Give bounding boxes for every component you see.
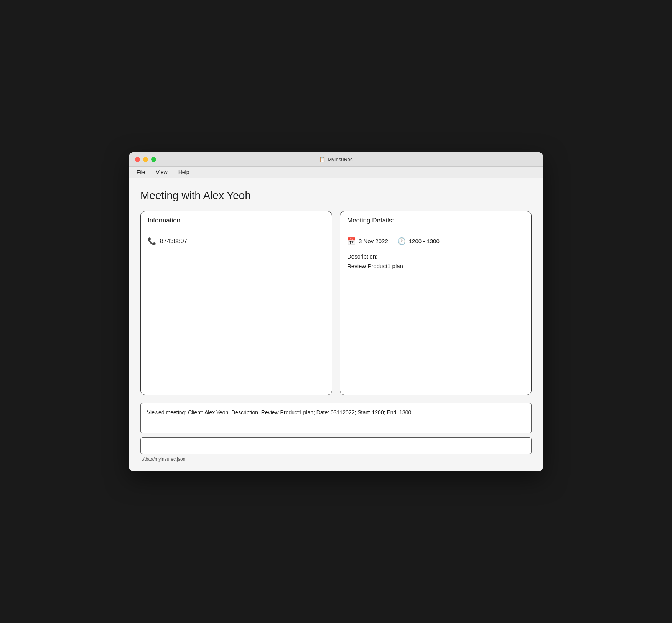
titlebar-title: 📋 MyInsuRec: [319, 157, 352, 162]
phone-row: 📞 87438807: [148, 237, 325, 246]
app-title: MyInsuRec: [328, 157, 352, 162]
close-button[interactable]: [135, 157, 140, 162]
traffic-lights: [135, 157, 156, 162]
description-label: Description:: [347, 253, 524, 260]
footer-path: ./data/myinsurec.json: [140, 454, 532, 463]
panels-row: Information 📞 87438807 Meeting Details: …: [140, 211, 532, 395]
app-window: 📋 MyInsuRec File View Help Meeting with …: [129, 152, 543, 471]
menu-file[interactable]: File: [135, 168, 147, 176]
page-title: Meeting with Alex Yeoh: [140, 190, 532, 202]
phone-icon: 📞: [148, 237, 156, 246]
information-panel-body: 📞 87438807: [141, 230, 332, 257]
status-log: Viewed meeting: Client: Alex Yeoh; Descr…: [140, 403, 532, 433]
information-panel-header: Information: [141, 211, 332, 230]
information-panel: Information 📞 87438807: [140, 211, 332, 395]
meeting-details-panel-header: Meeting Details:: [340, 211, 531, 230]
clock-icon: 🕐: [397, 237, 406, 246]
menubar: File View Help: [129, 167, 543, 178]
date-item: 📅 3 Nov 2022: [347, 237, 388, 246]
calendar-icon: 📅: [347, 237, 356, 246]
meeting-details-panel-body: 📅 3 Nov 2022 🕐 1200 - 1300 Description: …: [340, 230, 531, 276]
time-item: 🕐 1200 - 1300: [397, 237, 440, 246]
meeting-details-panel: Meeting Details: 📅 3 Nov 2022 🕐 1200 - 1…: [340, 211, 532, 395]
meeting-time: 1200 - 1300: [409, 238, 440, 244]
description-text: Review Product1 plan: [347, 263, 524, 269]
content-area: Meeting with Alex Yeoh Information 📞 874…: [129, 178, 543, 471]
menu-view[interactable]: View: [155, 168, 169, 176]
phone-number: 87438807: [160, 238, 187, 245]
menu-help[interactable]: Help: [177, 168, 191, 176]
minimize-button[interactable]: [143, 157, 148, 162]
meeting-date: 3 Nov 2022: [359, 238, 388, 244]
titlebar: 📋 MyInsuRec: [129, 152, 543, 167]
app-icon: 📋: [319, 157, 325, 162]
maximize-button[interactable]: [151, 157, 156, 162]
command-input[interactable]: [140, 437, 532, 454]
date-time-row: 📅 3 Nov 2022 🕐 1200 - 1300: [347, 237, 524, 246]
